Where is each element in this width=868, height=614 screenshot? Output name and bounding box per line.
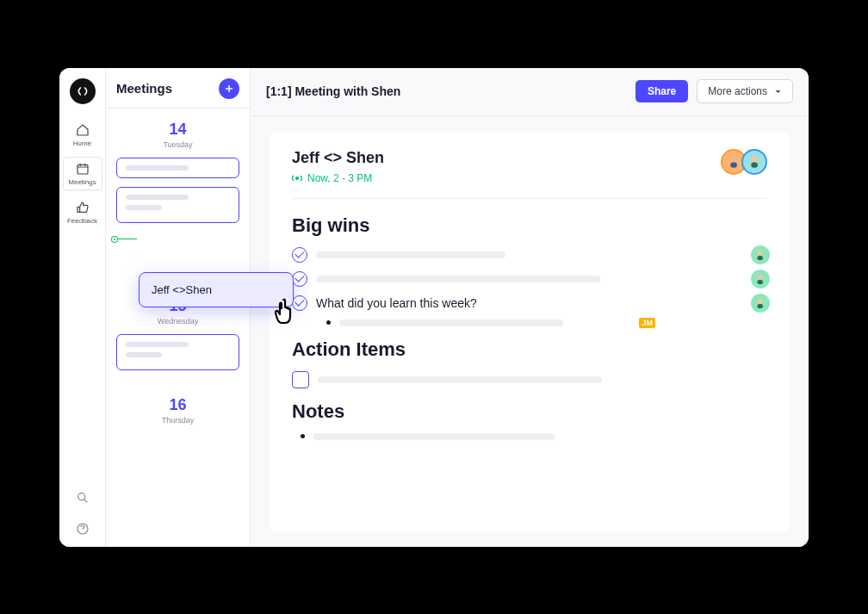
date-day: Thursday	[116, 416, 239, 425]
main-area: [1:1] Meeting with Shen Share More actio…	[251, 68, 809, 547]
checkbox[interactable]	[292, 371, 309, 388]
date-day: Tuesday	[116, 140, 239, 149]
nav-feedback-label: Feedback	[67, 217, 97, 225]
plus-icon	[224, 84, 234, 94]
section-notes: Notes	[292, 400, 767, 423]
add-meeting-button[interactable]	[219, 78, 239, 99]
calendar-icon	[75, 161, 90, 177]
user-badge: JM	[639, 318, 655, 328]
meeting-card[interactable]	[116, 187, 239, 223]
help-button[interactable]	[75, 521, 90, 536]
bullet-icon	[326, 320, 331, 325]
more-actions-button[interactable]: More actions	[697, 79, 793, 103]
search-icon	[76, 491, 90, 505]
list-item[interactable]: What did you learn this week?	[292, 295, 767, 311]
cursor-hand-icon	[271, 295, 302, 333]
svg-point-1	[78, 493, 84, 499]
avatar[interactable]	[741, 149, 767, 175]
section-wins: Big wins	[292, 214, 767, 237]
section-actions: Action Items	[292, 338, 767, 361]
doc-title: Jeff <> Shen	[292, 149, 384, 167]
date-day: Wednesday	[116, 317, 239, 326]
share-button[interactable]: Share	[636, 80, 688, 102]
svg-point-4	[730, 156, 737, 163]
sub-item[interactable]: JM	[326, 319, 767, 326]
svg-point-12	[758, 298, 763, 303]
item-text: What did you learn this week?	[316, 296, 477, 310]
doc-time: Now, 2 - 3 PM	[292, 172, 384, 184]
svg-rect-0	[78, 164, 88, 174]
search-button[interactable]	[75, 490, 90, 505]
app-logo[interactable]	[70, 78, 96, 104]
meeting-card[interactable]	[116, 334, 239, 370]
participant-avatars	[721, 149, 767, 175]
live-indicator-dot	[112, 237, 117, 242]
avatar[interactable]	[750, 293, 771, 313]
nav-meetings-label: Meetings	[68, 178, 96, 186]
nav-home[interactable]: Home	[63, 118, 102, 152]
meeting-doc: Jeff <> Shen Now, 2 - 3 PM	[270, 132, 790, 531]
thumbs-up-icon	[75, 200, 90, 215]
chevron-down-icon	[774, 88, 782, 96]
meetings-sidebar: Meetings 14 Tuesday 15 Wednesday 16	[106, 68, 251, 547]
sub-item[interactable]	[301, 433, 767, 440]
meetings-title: Meetings	[116, 81, 172, 96]
nav-feedback[interactable]: Feedback	[63, 195, 102, 229]
svg-point-10	[758, 274, 763, 279]
meeting-card-selected[interactable]: Jeff <>Shen	[139, 272, 294, 307]
svg-point-6	[751, 156, 758, 163]
check-circle-icon[interactable]	[292, 271, 307, 287]
date-group-16: 16 Thursday	[106, 370, 250, 425]
date-num: 14	[116, 121, 239, 139]
svg-rect-13	[758, 304, 763, 308]
help-icon	[76, 522, 90, 536]
check-circle-icon[interactable]	[292, 247, 307, 263]
svg-point-8	[758, 250, 763, 255]
meeting-card[interactable]	[116, 158, 239, 178]
app-window: Home Meetings Feedback Meetings	[59, 68, 809, 547]
bullet-icon	[301, 434, 305, 438]
live-icon	[292, 174, 302, 183]
list-item[interactable]	[292, 371, 767, 388]
date-group-14: 14 Tuesday	[106, 109, 250, 149]
list-item[interactable]	[292, 247, 767, 263]
svg-rect-9	[758, 256, 763, 260]
svg-point-3	[296, 177, 299, 179]
content-scroll[interactable]: Jeff <> Shen Now, 2 - 3 PM	[251, 116, 809, 547]
svg-rect-11	[758, 280, 763, 284]
svg-rect-7	[751, 163, 758, 168]
avatar[interactable]	[750, 269, 771, 289]
list-item[interactable]	[292, 271, 767, 287]
topbar: [1:1] Meeting with Shen Share More actio…	[251, 68, 809, 116]
date-num: 16	[116, 396, 239, 414]
home-icon	[75, 122, 90, 138]
nav-home-label: Home	[73, 140, 91, 147]
nav-rail: Home Meetings Feedback	[59, 68, 106, 547]
nav-meetings[interactable]: Meetings	[63, 157, 102, 190]
avatar[interactable]	[750, 245, 771, 265]
page-title: [1:1] Meeting with Shen	[266, 84, 400, 98]
more-actions-label: More actions	[708, 85, 767, 97]
svg-rect-5	[730, 163, 737, 168]
